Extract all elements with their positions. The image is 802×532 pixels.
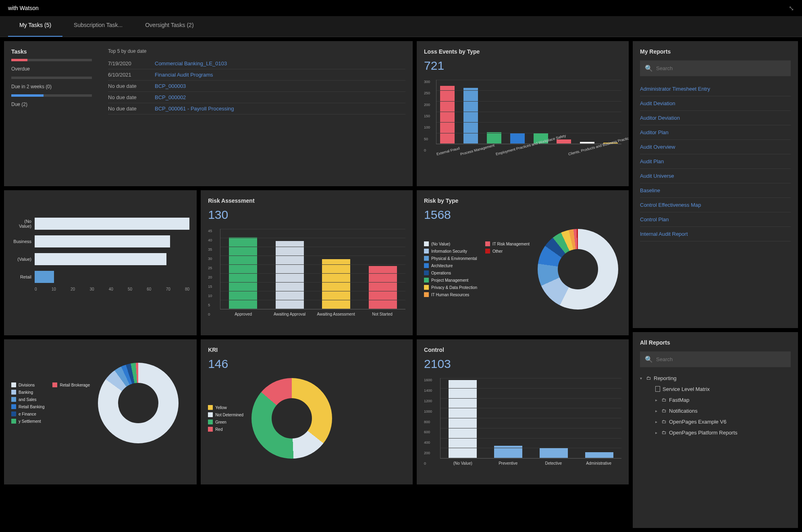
legend-item[interactable]: Retail Brokerage: [52, 382, 89, 387]
panel-my-reports: My Reports 🔍 Administrator Timesheet Ent…: [633, 41, 798, 328]
legend-item[interactable]: Not Determined: [208, 412, 243, 417]
legend-swatch: [52, 382, 57, 387]
collapse-icon[interactable]: ⤡: [789, 4, 794, 12]
legend-swatch: [424, 278, 429, 283]
report-link[interactable]: Internal Audit Report: [640, 227, 791, 241]
legend-item[interactable]: IT Risk Management: [485, 241, 530, 246]
legend-item[interactable]: Divisions: [11, 382, 44, 387]
legend-item[interactable]: Other: [485, 249, 530, 254]
legend-swatch: [424, 263, 429, 268]
my-reports-search-input[interactable]: [656, 65, 786, 71]
chevron-down-icon: ▾: [640, 376, 644, 380]
report-link[interactable]: Audit Universe: [640, 169, 791, 183]
all-reports-title: All Reports: [640, 339, 791, 346]
task-date: No due date: [108, 106, 148, 112]
report-link[interactable]: Audit Deviation: [640, 96, 791, 111]
all-reports-search[interactable]: 🔍: [640, 351, 791, 367]
legend-item[interactable]: Physical & Environmental: [424, 256, 477, 261]
tree-root[interactable]: ▾ 🗀 Reporting: [640, 373, 791, 384]
task-link[interactable]: BCP_000003: [155, 83, 186, 89]
risk-by-type-title: Risk by Type: [424, 197, 621, 204]
legend-item[interactable]: IT Human Resources: [424, 292, 477, 297]
chart-bar[interactable]: [35, 271, 54, 283]
hbar-row: (No Value): [11, 218, 189, 230]
task-link[interactable]: BCP_000002: [155, 94, 186, 100]
tree-doc[interactable]: Service Level Matrix: [640, 384, 791, 395]
legend-item[interactable]: (No Value): [424, 241, 477, 246]
chart-bar[interactable]: [35, 235, 170, 247]
legend-item[interactable]: Project Management: [424, 278, 477, 283]
risk-by-type-donut: [538, 229, 618, 310]
chart-bar[interactable]: [580, 142, 594, 144]
tree-folder[interactable]: ▸🗀FastMap: [640, 395, 791, 405]
legend-item[interactable]: Operations: [424, 270, 477, 275]
legend-label: Not Determined: [215, 413, 243, 417]
task-row: No due dateBCP_000061 - Payroll Processi…: [108, 103, 405, 114]
report-link[interactable]: Baseline: [640, 183, 791, 198]
chart-bar[interactable]: [229, 237, 257, 309]
legend-label: Yellow: [215, 405, 227, 410]
report-link[interactable]: Control Plan: [640, 212, 791, 227]
chart-bar[interactable]: [585, 452, 613, 458]
legend-item[interactable]: Retail Banking: [11, 404, 44, 409]
chart-bar[interactable]: [35, 253, 166, 265]
legend-label: Green: [215, 420, 226, 424]
chart-bar[interactable]: [510, 133, 525, 144]
all-reports-search-input[interactable]: [656, 356, 786, 362]
legend-swatch: [11, 382, 16, 387]
chart-bar[interactable]: [540, 448, 568, 458]
legend-label: Retail Banking: [19, 405, 44, 409]
hbar-row: Business: [11, 235, 189, 247]
hbar-label: Business: [11, 239, 31, 244]
chart-bar[interactable]: [463, 88, 478, 144]
legend-label: Operations: [431, 271, 451, 275]
chart-bar[interactable]: [494, 446, 522, 458]
tab-subscription[interactable]: Subscription Task...: [62, 16, 134, 37]
my-reports-search[interactable]: 🔍: [640, 60, 791, 76]
tree-folder[interactable]: ▸🗀Notifications: [640, 405, 791, 416]
task-link[interactable]: Commercial Banking_LE_0103: [155, 60, 227, 66]
tree-folder[interactable]: ▸🗀OpenPages Platform Reports: [640, 427, 791, 438]
legend-item[interactable]: y Settlement: [11, 419, 44, 424]
report-link[interactable]: Control Effectiveness Map: [640, 198, 791, 212]
legend-item[interactable]: Red: [208, 427, 243, 432]
top5-title: Top 5 by due date: [108, 48, 405, 54]
report-link[interactable]: Administrator Timesheet Entry: [640, 82, 791, 96]
chart-bar[interactable]: [322, 259, 350, 309]
tab-oversight[interactable]: Oversight Tasks (2): [134, 16, 205, 37]
legend-item[interactable]: and Sales: [11, 397, 44, 402]
chart-bar[interactable]: [487, 132, 501, 144]
task-link[interactable]: BCP_000061 - Payroll Processing: [155, 106, 234, 112]
chart-bar[interactable]: [449, 380, 477, 458]
chart-bar[interactable]: [369, 266, 397, 309]
chart-bar[interactable]: [35, 218, 189, 230]
legend-item[interactable]: Green: [208, 420, 243, 424]
legend-item[interactable]: Architecture: [424, 263, 477, 268]
task-link[interactable]: Financial Audit Programs: [155, 72, 213, 78]
task-status-row: [11, 94, 92, 97]
chart-bar[interactable]: [557, 139, 571, 144]
tasks-title: Tasks: [11, 48, 92, 55]
report-link[interactable]: Audit Plan: [640, 154, 791, 169]
legend-item[interactable]: Banking: [11, 390, 44, 395]
legend-item[interactable]: Yellow: [208, 405, 243, 410]
panel-left-donut: DivisionsBankingand SalesRetail Bankinge…: [4, 339, 197, 484]
legend-swatch: [11, 411, 16, 416]
report-link[interactable]: Auditor Plan: [640, 125, 791, 140]
left-donut: [98, 363, 179, 443]
tab-my-tasks[interactable]: My Tasks (5): [8, 16, 62, 37]
legend-item[interactable]: e Finance: [11, 411, 44, 416]
folder-icon: 🗀: [662, 397, 667, 403]
tree-folder[interactable]: ▸🗀OpenPages Example V6: [640, 416, 791, 427]
legend-item[interactable]: Information Security: [424, 249, 477, 254]
kri-donut: [251, 378, 332, 459]
report-link[interactable]: Audit Overview: [640, 140, 791, 154]
loss-events-title: Loss Events by Type: [424, 48, 621, 55]
legend-item[interactable]: Privacy & Data Protection: [424, 285, 477, 290]
chart-bar-label: Not Started: [359, 312, 405, 316]
chart-bar[interactable]: [440, 86, 455, 144]
legend-swatch: [424, 256, 429, 261]
chart-bar[interactable]: [276, 241, 304, 309]
report-link[interactable]: Auditor Deviation: [640, 111, 791, 125]
document-icon: [655, 386, 660, 392]
